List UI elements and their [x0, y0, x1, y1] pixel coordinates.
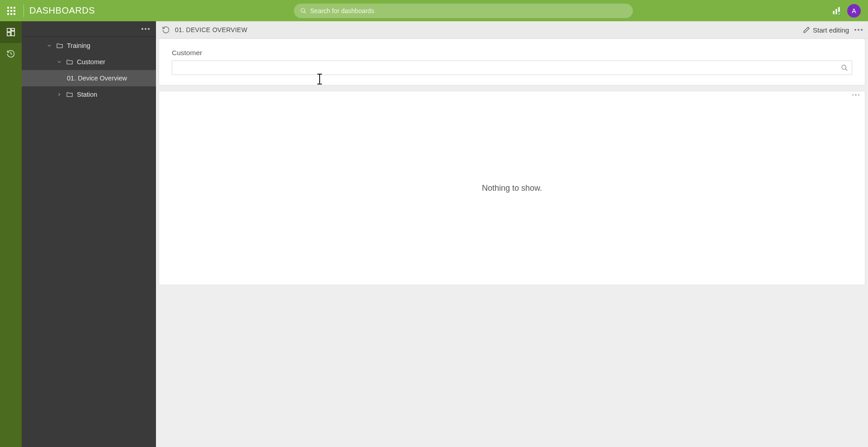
tree-item-device-overview[interactable]: 01. Device Overview	[22, 70, 156, 86]
edit-label: Start editing	[813, 26, 849, 34]
app-title: DASHBOARDS	[29, 5, 95, 16]
sidebar-header	[22, 21, 156, 37]
panels: Customer Nothing to show.	[156, 39, 868, 447]
folder-icon	[66, 91, 73, 98]
rail-dashboards-icon[interactable]	[0, 21, 22, 43]
global-search[interactable]	[294, 4, 633, 18]
icon-rail	[0, 21, 22, 447]
svg-point-0	[301, 8, 305, 12]
customer-input[interactable]	[177, 61, 841, 75]
svg-point-5	[838, 12, 841, 15]
svg-rect-8	[11, 31, 14, 36]
result-panel: Nothing to show.	[159, 91, 865, 285]
search-icon	[300, 8, 307, 14]
pencil-icon	[803, 26, 810, 33]
status-chart-icon[interactable]	[832, 6, 841, 15]
main: 01. DEVICE OVERVIEW Start editing Custom…	[156, 21, 868, 447]
svg-point-10	[842, 65, 846, 69]
tree-item-station[interactable]: Station	[22, 86, 156, 103]
global-search-input[interactable]	[310, 7, 627, 14]
svg-line-11	[845, 69, 847, 71]
customer-input-wrap[interactable]	[172, 61, 852, 75]
svg-line-1	[304, 11, 306, 13]
tree-item-training[interactable]: Training	[22, 38, 156, 54]
dashboard-title: 01. DEVICE OVERVIEW	[175, 26, 247, 33]
chevron-down-icon	[46, 43, 52, 48]
svg-rect-9	[7, 33, 10, 36]
tree-label: 01. Device Overview	[67, 75, 127, 82]
tree-item-customer[interactable]: Customer	[22, 54, 156, 70]
panel-more-icon[interactable]	[852, 94, 860, 96]
search-icon[interactable]	[841, 64, 848, 71]
header-divider	[24, 5, 24, 17]
svg-rect-6	[7, 28, 10, 32]
apps-icon[interactable]	[5, 4, 18, 18]
sidebar: Training Customer 01. Device Overview	[22, 21, 156, 447]
avatar-initial: A	[852, 7, 856, 14]
avatar[interactable]: A	[847, 4, 861, 18]
chevron-down-icon	[56, 59, 62, 65]
start-editing-button[interactable]: Start editing	[803, 26, 849, 34]
tree-label: Customer	[77, 58, 105, 66]
rail-history-icon[interactable]	[0, 43, 22, 65]
folder-icon	[66, 58, 73, 66]
top-header: DASHBOARDS A	[0, 0, 868, 21]
svg-rect-2	[833, 11, 835, 14]
tree: Training Customer 01. Device Overview	[22, 37, 156, 447]
tree-label: Station	[77, 91, 97, 98]
folder-icon	[56, 42, 63, 49]
dashboard-toolbar: 01. DEVICE OVERVIEW Start editing	[156, 21, 868, 39]
svg-rect-3	[835, 9, 837, 14]
tree-label: Training	[67, 42, 90, 49]
svg-rect-7	[11, 28, 14, 31]
refresh-icon[interactable]	[161, 25, 170, 34]
search-wrap	[95, 4, 832, 18]
empty-message: Nothing to show.	[482, 184, 542, 193]
customer-label: Customer	[172, 49, 852, 57]
sidebar-more-icon[interactable]	[142, 28, 150, 30]
chevron-right-icon	[56, 92, 62, 97]
header-right: A	[832, 4, 863, 18]
toolbar-more-icon[interactable]	[854, 29, 863, 31]
filter-panel: Customer	[159, 39, 865, 85]
